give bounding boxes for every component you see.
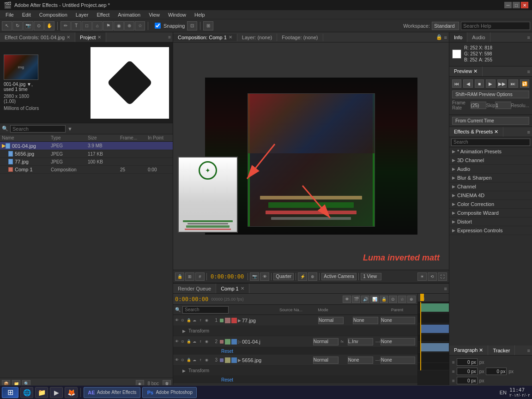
timeline-mute[interactable]: 🔊 <box>361 296 369 303</box>
taskbar-winamp[interactable]: ▶ <box>50 387 63 398</box>
menu-file[interactable]: File <box>2 11 18 18</box>
tab-effects-presets[interactable]: Effects & Presets ✕ <box>449 127 503 137</box>
taskbar-folder[interactable]: 📁 <box>35 387 48 398</box>
viewer-quality-select[interactable]: Quarter Half Full <box>273 273 294 280</box>
preview-panel-menu[interactable]: ≡ <box>527 69 532 74</box>
comp-menu[interactable]: ≡ <box>444 35 447 40</box>
snapping-checkbox[interactable] <box>155 23 161 29</box>
tab-composition[interactable]: Composition: Comp 1 ✕ <box>173 34 237 41</box>
effect-expression-controls[interactable]: ▶ Expression Controls <box>449 226 532 235</box>
tab-project[interactable]: Project ✕ <box>75 32 106 42</box>
para-input-4[interactable] <box>457 377 478 384</box>
taskbar-firefox[interactable]: 🦊 <box>65 387 78 398</box>
tool-pan[interactable]: ✋ <box>44 21 54 30</box>
layer-mode-1[interactable]: Normal <box>318 317 346 324</box>
para-input-3[interactable] <box>486 368 507 375</box>
viewer-reset[interactable]: ⟲ <box>428 272 437 281</box>
layer-parent-3[interactable]: None <box>381 357 417 364</box>
tab-info[interactable]: Info <box>449 32 467 42</box>
layer-parent-select-1[interactable]: None <box>381 317 415 324</box>
para-input-1[interactable] <box>457 358 478 366</box>
menu-help[interactable]: Help <box>191 11 209 18</box>
layer-parent-2[interactable]: None <box>381 338 417 345</box>
taskbar-ae-app[interactable]: AE Adobe After Effects <box>84 387 140 398</box>
timeline-hide-shy[interactable]: 👁 <box>343 296 351 303</box>
layer-solo-1[interactable]: ⊙ <box>180 318 186 323</box>
tab-render-queue[interactable]: Render Queue <box>173 284 216 293</box>
timeline-extra2[interactable]: ⊕ <box>407 296 416 303</box>
tab-audio[interactable]: Audio <box>467 32 490 42</box>
effect-blur-sharpen[interactable]: ▶ Blur & Sharpen <box>449 174 532 182</box>
tool-orbit[interactable]: ⊙ <box>34 21 44 30</box>
transport-play[interactable]: ▶ <box>486 79 495 88</box>
timeline-menu[interactable]: ≡ <box>444 286 449 291</box>
layer-lock-1[interactable]: 🔒 <box>186 318 192 323</box>
layer-effect-1[interactable]: f <box>198 318 203 323</box>
layer-shy-1[interactable]: ☁ <box>192 318 197 323</box>
start-button[interactable]: ⊞ <box>2 387 18 398</box>
layer-mode-3[interactable]: Normal <box>313 357 341 364</box>
paragraph-panel-menu[interactable]: ≡ <box>527 348 532 353</box>
tool-camera[interactable]: 📷 <box>23 21 33 30</box>
effect-distort[interactable]: ▶ Distort <box>449 218 532 226</box>
tab-preview[interactable]: Preview ✕ <box>449 66 483 76</box>
viewer-opengl[interactable]: ⊕ <box>308 272 317 281</box>
viewer-show-snap[interactable]: 👁 <box>260 272 269 281</box>
layer-solo-3[interactable]: ⊙ <box>180 357 186 363</box>
panel-menu[interactable]: ≡ <box>168 35 171 40</box>
viewer-fullscreen[interactable]: ⛶ <box>438 272 447 281</box>
tab-tracker[interactable]: Tracker <box>488 345 515 355</box>
search-dropdown[interactable]: ▼ <box>67 126 73 132</box>
effect-audio[interactable]: ▶ Audio <box>449 165 532 174</box>
snapping-options[interactable]: ⊡ <box>187 21 197 30</box>
layer-parent-select-3[interactable]: None <box>381 357 415 364</box>
effects-panel-menu[interactable]: ≡ <box>527 129 532 135</box>
timeline-extra[interactable]: ☆ <box>398 296 406 303</box>
effect-channel[interactable]: ▶ Channel <box>449 182 532 191</box>
viewer-exposure[interactable]: ☀ <box>417 272 427 281</box>
layer-mode-2[interactable]: Normal <box>313 338 341 345</box>
layer-track-matte-3[interactable]: None <box>348 357 375 364</box>
tab-effect-controls[interactable]: Effect Controls: 001-04.jpg ✕ <box>0 32 75 42</box>
layer-shy-2[interactable]: ☁ <box>192 339 197 345</box>
tool-extra1[interactable]: ⊞ <box>203 21 213 30</box>
tool-brush[interactable]: ⌂ <box>92 21 103 30</box>
list-item[interactable]: Comp 1 Composition 25 0:00 <box>0 166 173 174</box>
comp-close[interactable]: ✕ <box>229 35 232 40</box>
tab-comp-timeline[interactable]: Comp 1 ✕ <box>216 284 249 293</box>
transport-stop[interactable]: ■ <box>475 79 484 88</box>
viewer-view-select[interactable]: 1 View 2 Views <box>361 273 381 280</box>
close-button[interactable]: ✕ <box>521 2 528 8</box>
menu-effect[interactable]: Effect <box>93 11 113 18</box>
ram-preview-btn[interactable]: Shift+RAM Preview Options <box>452 91 529 98</box>
viewer-safe-zones[interactable]: ⊞ <box>185 272 194 281</box>
tool-text[interactable]: T <box>71 21 81 30</box>
layer-expand-2[interactable]: ▷ <box>238 339 241 344</box>
layer-expand-3[interactable]: ▶ <box>238 358 241 363</box>
effect-controls-close[interactable]: ✕ <box>66 35 70 40</box>
playhead-handle[interactable] <box>420 294 424 301</box>
info-panel-menu[interactable]: ≡ <box>527 35 532 40</box>
layer-solo-2[interactable]: ⊙ <box>180 339 186 345</box>
tool-roto[interactable]: ⊕ <box>124 21 134 30</box>
layer-track-matte-select-3[interactable]: None <box>348 357 373 364</box>
taskbar-ps-app[interactable]: Ps Adobe Photoshop <box>142 387 197 398</box>
layer-expand-1[interactable]: ▶ <box>238 318 241 323</box>
viewer-snapshot[interactable]: 📷 <box>250 272 259 281</box>
layer-lock-2[interactable]: 🔒 <box>186 339 192 345</box>
layer-row-2[interactable]: 👁 ⊙ 🔒 ☁ f ◉ 2 <box>173 336 417 347</box>
transport-prev[interactable]: ◀ <box>463 79 472 88</box>
layer-parent-select-2[interactable]: None <box>381 338 415 345</box>
reset-btn-1[interactable]: Reset <box>219 349 235 354</box>
layer-mode-select-1[interactable]: Normal <box>318 317 344 324</box>
skip-select[interactable]: 1 <box>495 102 511 109</box>
tab-layer[interactable]: Layer: (none) <box>237 34 277 41</box>
layer-parent-1[interactable]: None <box>381 317 417 324</box>
tool-pen[interactable]: ✏ <box>60 21 71 30</box>
sublayer-expand-3[interactable]: ▶ <box>182 369 186 373</box>
maximize-button[interactable]: □ <box>513 2 520 8</box>
layer-track-matte-2[interactable]: L.InvNone <box>348 338 375 345</box>
comp-timeline-close[interactable]: ✕ <box>241 286 244 291</box>
timeline-solo[interactable]: ⊙ <box>389 296 397 303</box>
transport-loop[interactable]: 🔁 <box>520 79 529 88</box>
